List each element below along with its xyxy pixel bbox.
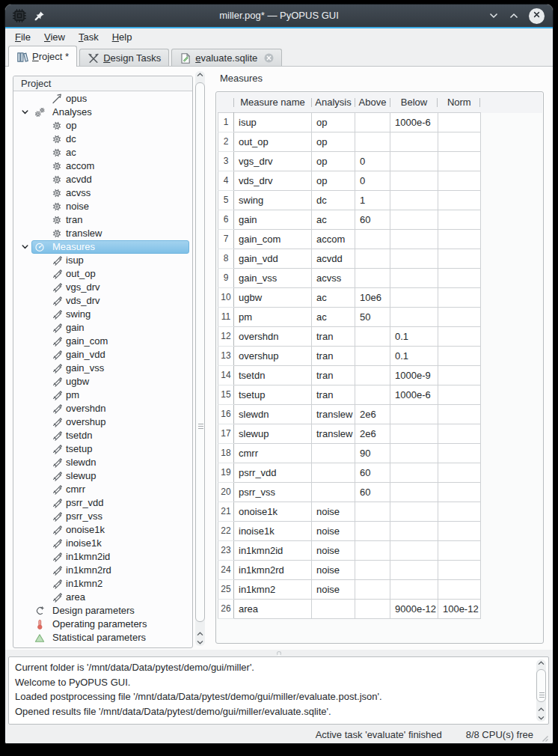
cell-analysis[interactable]: noise	[312, 521, 355, 540]
tree-item-swing[interactable]: swing	[13, 308, 192, 321]
cell-analysis[interactable]: op	[312, 112, 355, 132]
menu-item-file[interactable]: File	[11, 30, 34, 44]
cell-norm[interactable]	[438, 579, 480, 599]
tree-item-gain-vdd[interactable]: gain_vdd	[13, 348, 192, 362]
cell-above[interactable]	[355, 365, 390, 385]
row-number[interactable]: 24	[218, 560, 234, 579]
cell-above[interactable]: 50	[355, 307, 390, 326]
cell-norm[interactable]	[438, 249, 480, 268]
tree-item-accom[interactable]: accom	[13, 159, 192, 173]
cell-below[interactable]	[390, 540, 438, 560]
cell-analysis[interactable]: noise	[312, 579, 355, 599]
tree-item-ac[interactable]: ac	[13, 146, 192, 159]
cell-below[interactable]	[390, 404, 438, 424]
cell-analysis[interactable]: tran	[312, 326, 355, 346]
cell-above[interactable]: 60	[355, 210, 390, 229]
row-number[interactable]: 23	[218, 540, 234, 560]
tree-item-onoise1k[interactable]: onoise1k	[13, 523, 192, 537]
tree-item-ugbw[interactable]: ugbw	[13, 375, 192, 388]
cell-above[interactable]	[355, 579, 390, 599]
column-header-measure-name[interactable]: Measure name	[234, 93, 312, 112]
tree-item-gain[interactable]: gain	[13, 321, 192, 335]
cell-measure-name[interactable]: gain_vdd	[234, 249, 312, 268]
row-number[interactable]: 3	[218, 151, 234, 171]
cell-below[interactable]	[390, 249, 438, 268]
cell-measure-name[interactable]: inoise1k	[234, 521, 312, 540]
cell-analysis[interactable]: noise	[312, 502, 355, 521]
cell-analysis[interactable]: tran	[312, 365, 355, 385]
row-number[interactable]: 20	[218, 482, 234, 502]
cell-below[interactable]	[390, 190, 438, 210]
cell-measure-name[interactable]: out_op	[234, 132, 312, 151]
row-number[interactable]: 19	[218, 463, 234, 482]
cell-measure-name[interactable]: tsetup	[234, 385, 312, 404]
cell-analysis[interactable]	[312, 463, 355, 482]
tree-item-overshup[interactable]: overshup	[13, 415, 192, 429]
column-header-below[interactable]: Below	[390, 93, 438, 112]
tree-item-pm[interactable]: pm	[13, 388, 192, 402]
cell-norm[interactable]	[438, 443, 480, 463]
cell-analysis[interactable]: tran	[312, 385, 355, 404]
tree-item-out-op[interactable]: out_op	[13, 267, 192, 281]
cell-below[interactable]: 0.1	[390, 326, 438, 346]
tree-item-tran[interactable]: tran	[13, 213, 192, 227]
cell-above[interactable]	[355, 521, 390, 540]
tab-design-tasks[interactable]: Design Tasks	[79, 49, 169, 67]
cell-above[interactable]	[355, 268, 390, 287]
cell-measure-name[interactable]: in1kmn2rd	[234, 560, 312, 579]
cell-measure-name[interactable]: vds_drv	[234, 171, 312, 190]
tree-item-in1kmn2rd[interactable]: in1kmn2rd	[13, 564, 192, 577]
tree-item-noise[interactable]: noise	[13, 200, 192, 213]
cell-above[interactable]: 0	[355, 151, 390, 171]
cell-below[interactable]	[390, 171, 438, 190]
row-number[interactable]: 11	[218, 307, 234, 326]
cell-measure-name[interactable]: gain	[234, 210, 312, 229]
cell-below[interactable]	[390, 151, 438, 171]
cell-above[interactable]	[355, 229, 390, 249]
log-scrollbar-thumb[interactable]	[536, 669, 546, 702]
tree-item-inoise1k[interactable]: inoise1k	[13, 537, 192, 550]
row-number[interactable]: 6	[218, 210, 234, 229]
cell-above[interactable]	[355, 132, 390, 151]
row-number[interactable]: 22	[218, 521, 234, 540]
cell-above[interactable]: 90	[355, 443, 390, 463]
close-button[interactable]	[529, 8, 545, 24]
cell-below[interactable]	[390, 482, 438, 502]
cell-measure-name[interactable]: vgs_drv	[234, 151, 312, 171]
cell-norm[interactable]	[438, 502, 480, 521]
cell-analysis[interactable]: acvss	[312, 268, 355, 287]
cell-below[interactable]: 1000e-9	[390, 365, 438, 385]
cell-norm[interactable]	[438, 346, 480, 365]
cell-above[interactable]	[355, 502, 390, 521]
row-number[interactable]: 12	[218, 326, 234, 346]
cell-below[interactable]	[390, 502, 438, 521]
cell-analysis[interactable]: ac	[312, 307, 355, 326]
tree-scrollbar-thumb[interactable]	[195, 82, 205, 622]
cell-above[interactable]: 2e6	[355, 424, 390, 443]
cell-analysis[interactable]: noise	[312, 540, 355, 560]
cell-analysis[interactable]: dc	[312, 190, 355, 210]
expander-chevron-down-icon[interactable]	[22, 244, 28, 250]
cell-norm[interactable]	[438, 268, 480, 287]
column-header-above[interactable]: Above	[355, 93, 390, 112]
tree-item-isup[interactable]: isup	[13, 254, 192, 267]
cell-norm[interactable]	[438, 307, 480, 326]
maximize-button[interactable]	[509, 12, 519, 19]
cell-measure-name[interactable]: swing	[234, 190, 312, 210]
horizontal-splitter[interactable]	[5, 650, 554, 656]
cell-below[interactable]	[390, 443, 438, 463]
cell-measure-name[interactable]: isup	[234, 112, 312, 132]
menu-item-help[interactable]: Help	[108, 30, 136, 44]
tree-item-dc[interactable]: dc	[13, 132, 192, 146]
row-number[interactable]: 8	[218, 249, 234, 268]
row-number[interactable]: 7	[218, 229, 234, 249]
scroll-up-icon[interactable]	[538, 707, 545, 712]
tree-item-psrr-vdd[interactable]: psrr_vdd	[13, 496, 192, 510]
tree-item-op[interactable]: op	[13, 119, 192, 132]
log-output[interactable]: Current folder is '/mnt/data/Data/pytest…	[8, 656, 549, 725]
cell-measure-name[interactable]: cmrr	[234, 443, 312, 463]
cell-norm[interactable]	[438, 112, 480, 132]
tree-item-in1kmn2id[interactable]: in1kmn2id	[13, 550, 192, 564]
cell-norm[interactable]	[438, 229, 480, 249]
row-number[interactable]: 10	[218, 287, 234, 307]
